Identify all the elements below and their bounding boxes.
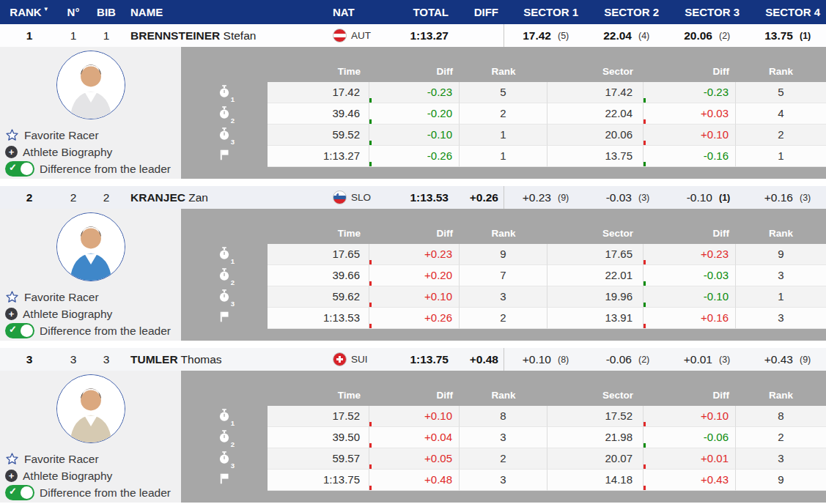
- racer-sector1-cell: 17.42(5): [504, 24, 584, 47]
- column-header-rank[interactable]: RANK▼: [0, 6, 59, 18]
- sector-diff-trend-tick: [644, 281, 646, 286]
- split-row: 1:13.53 +0.26 2 13.91 +0.16 3: [181, 308, 826, 329]
- favorite-racer-button[interactable]: Favorite Racer: [0, 289, 181, 305]
- split-diff-cell: +0.04: [369, 427, 460, 448]
- split-sector-time: 19.96: [547, 286, 644, 308]
- racer-photo[interactable]: [56, 212, 125, 281]
- split-row: 1 17.65 +0.23 9 17.65 +0.23 9: [181, 244, 826, 265]
- split-sector-time: 17.65: [547, 244, 644, 265]
- splits-header-sector-rank: Rank: [736, 66, 826, 77]
- split-rank: 3: [460, 470, 547, 491]
- difference-from-leader-label: Difference from the leader: [40, 325, 171, 338]
- split-icon-cell: [181, 308, 268, 329]
- racer-first-name: Stefan: [224, 29, 257, 42]
- split-row: 3 59.57 +0.05 2 20.07 +0.01 3: [181, 448, 826, 470]
- racer-sector2-cell: -0.03(3): [584, 186, 665, 209]
- racer-sector2-cell: 22.04(4): [584, 24, 665, 47]
- split-sector-diff-cell: +0.01: [644, 448, 736, 470]
- racer-sector1-cell: +0.10(8): [504, 348, 584, 371]
- favorite-racer-button[interactable]: Favorite Racer: [0, 127, 181, 144]
- check-icon: ✓: [9, 162, 17, 173]
- racer-list: 1 1 1 BRENNSTEINER Stefan AUT 1:13.27 17…: [0, 24, 826, 503]
- difference-from-leader-label: Difference from the leader: [40, 163, 171, 176]
- split-cumulative-time: 17.42: [268, 82, 369, 103]
- difference-from-leader-label: Difference from the leader: [40, 486, 171, 500]
- diff-trend-tick: [369, 303, 372, 307]
- sector3-value: +0.01: [684, 353, 712, 366]
- athlete-biography-button[interactable]: + Athlete Biography: [0, 305, 181, 322]
- split-icon-cell: 3: [181, 448, 268, 470]
- racer-number: 1: [59, 29, 88, 42]
- flag-icon: [333, 352, 347, 366]
- athlete-biography-button[interactable]: + Athlete Biography: [0, 467, 181, 484]
- split-sector-rank: 1: [736, 146, 826, 167]
- splits-header-sector-rank: Rank: [736, 228, 826, 239]
- difference-from-leader-toggle[interactable]: ✓ Difference from the leader: [0, 160, 181, 177]
- split-row: 1:13.27 -0.26 1 13.75 -0.16 1: [181, 146, 826, 167]
- sector3-rank: (2): [719, 31, 740, 41]
- racer-result-row[interactable]: 1 1 1 BRENNSTEINER Stefan AUT 1:13.27 17…: [0, 24, 826, 47]
- racer-photo-placeholder: [57, 51, 125, 119]
- toggle-on-icon[interactable]: ✓: [5, 161, 34, 177]
- favorite-racer-button[interactable]: Favorite Racer: [0, 451, 181, 467]
- splits-table-header: Time Diff Rank Sector Diff Rank: [181, 371, 826, 406]
- sector1-value: 17.42: [523, 29, 551, 42]
- split-sector-rank: 4: [736, 103, 826, 125]
- racer-total-time: 1:13.53: [381, 191, 449, 204]
- difference-from-leader-toggle[interactable]: ✓ Difference from the leader: [0, 484, 181, 501]
- sector1-value: +0.10: [523, 353, 551, 366]
- split-sector-diff-cell: +0.10: [644, 406, 736, 427]
- sector2-rank: (3): [638, 193, 659, 203]
- split-icon-cell: 1: [181, 244, 268, 265]
- toggle-on-icon[interactable]: ✓: [5, 485, 34, 500]
- split-sector-diff-value: -0.03: [704, 269, 729, 281]
- split-sector-diff-cell: +0.03: [644, 103, 736, 125]
- split-row: 2 39.50 +0.04 3 21.98 -0.06 2: [181, 427, 826, 448]
- split-sector-diff-value: +0.01: [701, 452, 729, 464]
- split-cumulative-time: 59.57: [268, 448, 369, 470]
- star-icon: [5, 290, 19, 304]
- racer-number: 3: [59, 353, 88, 366]
- racer-photo[interactable]: [56, 51, 125, 119]
- sector-diff-trend-tick: [644, 422, 646, 426]
- split-sector-rank: 3: [736, 448, 826, 470]
- racer-info-panel: Favorite Racer + Athlete Biography ✓ Dif…: [0, 209, 181, 341]
- split-rows: 1 17.52 +0.10 8 17.52 +0.10 8: [181, 406, 826, 491]
- split-icon-cell: [181, 470, 268, 491]
- sector4-rank: (9): [800, 355, 820, 365]
- racer-first-name: Zan: [188, 191, 208, 204]
- diff-trend-tick: [369, 422, 372, 426]
- split-cumulative-time: 39.46: [268, 103, 369, 125]
- sector-diff-trend-tick: [644, 303, 646, 307]
- racer-result-row[interactable]: 3 3 3 TUMLER Thomas SUI 1:13.75 +0.48 +0…: [0, 348, 826, 371]
- split-rows: 1 17.65 +0.23 9 17.65 +0.23 9: [181, 244, 826, 329]
- diff-trend-tick: [369, 324, 372, 328]
- split-sector-diff-value: -0.16: [704, 149, 729, 162]
- split-sector-diff-value: -0.23: [704, 86, 729, 98]
- split-sector-time: 20.06: [547, 125, 644, 146]
- sector-diff-trend-tick: [644, 324, 646, 328]
- toggle-on-icon[interactable]: ✓: [5, 323, 34, 338]
- split-rank: 9: [460, 244, 547, 265]
- sector-diff-trend-tick: [644, 119, 646, 124]
- sector3-rank: (3): [719, 355, 740, 365]
- racer-result-row[interactable]: 2 2 2 KRANJEC Zan SLO 1:13.53 +0.26 +0.2…: [0, 186, 826, 209]
- sector2-rank: (4): [638, 31, 659, 41]
- diff-trend-tick: [369, 119, 372, 124]
- split-diff-cell: +0.10: [369, 406, 460, 427]
- sector4-rank: (3): [800, 193, 820, 203]
- column-header-diff: DIFF: [449, 6, 504, 18]
- split-diff-cell: +0.20: [369, 265, 460, 286]
- difference-from-leader-toggle[interactable]: ✓ Difference from the leader: [0, 322, 181, 339]
- split-cumulative-time: 17.65: [268, 244, 369, 265]
- diff-trend-tick: [369, 98, 372, 103]
- athlete-biography-button[interactable]: + Athlete Biography: [0, 144, 181, 160]
- split-sector-diff-cell: -0.10: [644, 286, 736, 308]
- split-sector-time: 21.98: [547, 427, 644, 448]
- split-cumulative-time: 39.50: [268, 427, 369, 448]
- split-icon-cell: 2: [181, 427, 268, 448]
- split-diff-value: -0.10: [427, 128, 452, 141]
- splits-header-sector-diff: Diff: [644, 228, 736, 239]
- split-icon-cell: [181, 146, 268, 167]
- racer-photo[interactable]: [56, 374, 125, 443]
